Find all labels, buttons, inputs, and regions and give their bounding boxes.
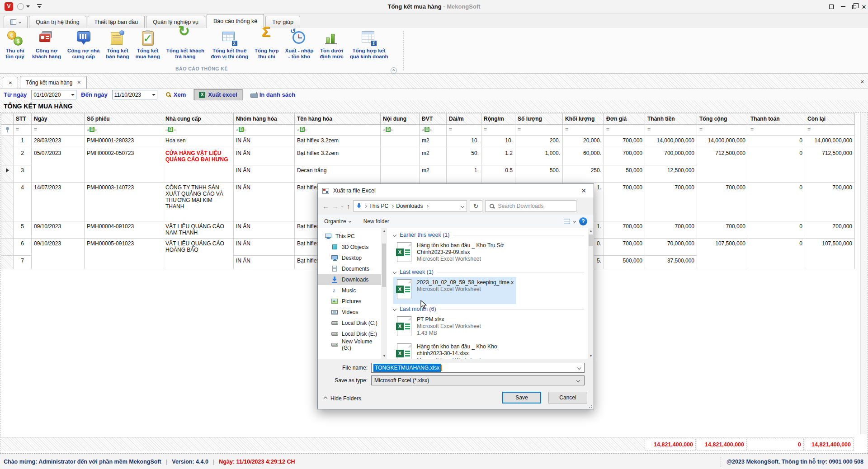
filter-cell-16[interactable]: =: [748, 125, 805, 136]
filter-cell-4[interactable]: aBc: [163, 125, 234, 136]
cell[interactable]: [381, 148, 420, 165]
ribbon-item-1[interactable]: €$Thu chitồn quỹ: [1, 29, 29, 60]
cell[interactable]: 700,000: [604, 239, 645, 256]
export-excel-button[interactable]: X Xuất excel: [194, 89, 242, 100]
ribbon-tab-5[interactable]: Trợ giúp: [265, 16, 300, 28]
cell[interactable]: m2: [420, 148, 447, 165]
row-indicator-cell[interactable]: [1, 239, 14, 256]
file-item[interactable]: XPT PM.xlsxMicrosoft Excel Worksheet1.43…: [393, 314, 516, 341]
cell[interactable]: 09/10/2023: [32, 221, 85, 239]
cell[interactable]: 700,000: [604, 136, 645, 148]
cell[interactable]: 700,000,000: [645, 148, 697, 165]
cell[interactable]: PMH00005-091023: [85, 239, 163, 269]
sidebar-item-local-disk-e-[interactable]: Local Disk (E:): [318, 328, 381, 339]
column-header-13[interactable]: Đơn giá: [604, 113, 645, 125]
filter-cell-11[interactable]: =: [515, 125, 563, 136]
save-button[interactable]: Save: [502, 392, 541, 403]
cell[interactable]: 500,000: [604, 256, 645, 269]
hide-folders-button[interactable]: Hide Folders: [324, 395, 361, 402]
cell[interactable]: 700,000: [697, 183, 748, 221]
row-indicator-cell[interactable]: [1, 183, 14, 221]
cell[interactable]: 05/07/2023: [32, 148, 85, 183]
cell[interactable]: 700,000: [805, 183, 855, 221]
cell[interactable]: CỬA HÀNG VẬT LIỆU QUẢNG CÁO ĐẠI HƯNG: [163, 148, 234, 183]
cell[interactable]: IN ẤN: [234, 183, 295, 221]
view-button[interactable]: Xem: [165, 91, 186, 98]
column-header-16[interactable]: Thanh toán: [748, 113, 805, 125]
cell[interactable]: 5: [14, 221, 32, 239]
column-header-8[interactable]: ĐVT: [420, 113, 447, 125]
strip-close-icon[interactable]: ✕: [860, 79, 864, 85]
view-options-dropdown-icon[interactable]: [573, 220, 576, 223]
cell[interactable]: 700,000: [697, 221, 748, 239]
cell[interactable]: 712,500,000: [697, 148, 748, 183]
tab-close-stub[interactable]: ✕: [3, 77, 18, 89]
print-list-button[interactable]: In danh sách: [250, 91, 295, 98]
ribbon-tab-2[interactable]: Thiết lập ban đầu: [88, 16, 145, 28]
cell[interactable]: 60,000.: [563, 148, 604, 165]
column-header-17[interactable]: Còn lại: [805, 113, 855, 125]
ribbon-item-11[interactable]: ΣTổng hợp kếtquả kinh doanh: [347, 29, 392, 60]
cell[interactable]: 14/07/2023: [32, 183, 85, 221]
sidebar-item-pictures[interactable]: Pictures: [318, 296, 381, 307]
filter-cell-13[interactable]: =: [604, 125, 645, 136]
ribbon-item-4[interactable]: Tổng kếtbán hàng: [103, 29, 132, 60]
sidebar-item-local-disk-c-[interactable]: Local Disk (C:): [318, 318, 381, 328]
cell[interactable]: 50,000: [604, 165, 645, 183]
file-item[interactable]: XHàng tồn kho ban đầu _ Kho Trụ Sở Chính…: [393, 240, 516, 267]
filter-cell-1[interactable]: =: [14, 125, 32, 136]
refresh-button[interactable]: ↻: [470, 200, 482, 212]
cell[interactable]: 10.: [447, 136, 481, 148]
recent-locations-icon[interactable]: [341, 205, 344, 207]
cell[interactable]: 700,000: [604, 183, 645, 221]
filter-cell-3[interactable]: aBc: [85, 125, 163, 136]
filter-cell-5[interactable]: aBc: [234, 125, 295, 136]
ribbon-item-6[interactable]: ↻Tổng kết kháchtrả hàng: [163, 29, 208, 60]
from-date-input[interactable]: 01/10/2020: [31, 90, 76, 99]
cell[interactable]: 0: [748, 148, 805, 183]
sidebar-item-videos[interactable]: Videos: [318, 307, 381, 318]
ribbon-collapse-button[interactable]: [391, 67, 397, 74]
to-date-input[interactable]: 11/10/2023: [112, 90, 157, 99]
ribbon-tab-4[interactable]: Báo cáo thống kê: [207, 14, 264, 28]
cell[interactable]: 700,000: [645, 183, 697, 221]
ribbon-item-10[interactable]: Tồn dướiđịnh mức: [316, 29, 346, 60]
cell[interactable]: 50.: [447, 148, 481, 165]
group-collapse-icon[interactable]: [393, 307, 396, 311]
help-icon[interactable]: ?: [579, 217, 587, 225]
filter-cell-7[interactable]: aBc: [381, 125, 420, 136]
ribbon-item-8[interactable]: ΣTổng hợpthu chi: [251, 29, 282, 60]
cell[interactable]: 700,000: [805, 221, 855, 239]
cell[interactable]: 20,000.: [563, 136, 604, 148]
dropdown-arrow-icon[interactable]: [151, 94, 157, 96]
ribbon-item-9[interactable]: ↺Xuất - nhập- tồn kho: [282, 29, 317, 60]
cell[interactable]: [381, 136, 420, 148]
cell[interactable]: 1.: [447, 165, 481, 183]
close-button[interactable]: ✕: [860, 3, 868, 10]
tab-tong-ket-mua-hang[interactable]: Tổng kết mua hàng ✕: [20, 76, 87, 89]
filter-cell-15[interactable]: =: [697, 125, 748, 136]
filter-pin-icon[interactable]: [1, 125, 14, 136]
column-header-10[interactable]: Rộng/m: [481, 113, 515, 125]
column-header-15[interactable]: Tổng cộng: [697, 113, 748, 125]
cell[interactable]: 0: [748, 136, 805, 148]
sidebar-item-new-volume-g-[interactable]: New Volume (G:): [318, 339, 381, 350]
column-header-14[interactable]: Thành tiền: [645, 113, 697, 125]
ribbon-item-3[interactable]: Công nợ nhàcung cấp: [64, 29, 103, 60]
filter-cell-2[interactable]: =: [32, 125, 85, 136]
file-name-dropdown-icon[interactable]: [577, 366, 581, 370]
column-header-11[interactable]: Số lượng: [515, 113, 563, 125]
row-indicator-cell[interactable]: [1, 221, 14, 239]
cell[interactable]: m2: [420, 136, 447, 148]
cell[interactable]: Hoa sen: [163, 136, 234, 148]
filter-cell-17[interactable]: =: [805, 125, 855, 136]
cell[interactable]: 2: [14, 148, 32, 165]
cell[interactable]: 3: [14, 165, 32, 183]
row-indicator-cell[interactable]: [1, 148, 14, 165]
save-type-dropdown-icon[interactable]: [576, 379, 580, 382]
cell[interactable]: IN ẤN: [234, 165, 295, 183]
cell[interactable]: 1,000.: [515, 148, 563, 165]
resize-grip[interactable]: [589, 404, 593, 408]
column-header-7[interactable]: Nội dung: [381, 113, 420, 125]
sidebar-item-downloads[interactable]: Downloads: [318, 274, 381, 285]
